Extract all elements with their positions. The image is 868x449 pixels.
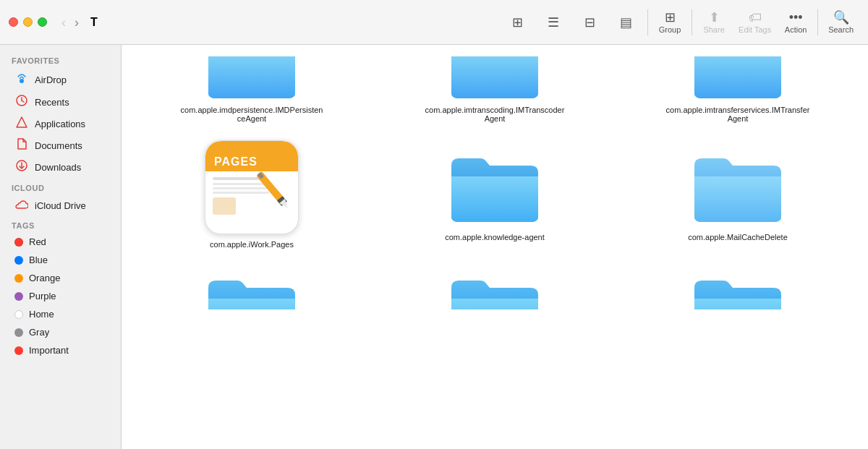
- file-name-knowledge-agent: com.apple.knowledge-agent: [445, 233, 545, 241]
- share-button[interactable]: ⬆ Share: [697, 8, 731, 37]
- file-item-knowledge-agent[interactable]: com.apple.knowledge-agent: [379, 140, 610, 249]
- sidebar-item-purple[interactable]: Purple: [3, 287, 118, 305]
- separator-3: [817, 9, 818, 35]
- file-item-bottom1[interactable]: [136, 266, 367, 309]
- file-item-bottom3[interactable]: [622, 266, 854, 309]
- close-button[interactable]: [9, 17, 18, 27]
- nav-buttons: ‹ ›: [59, 14, 82, 30]
- svg-text:PAGES: PAGES: [214, 155, 258, 168]
- sidebar-item-applications[interactable]: Applications: [3, 113, 118, 134]
- knowledge-folder-icon: [444, 140, 545, 227]
- minimize-button[interactable]: [23, 17, 33, 27]
- main-content: Favorites AirDrop Recents: [0, 45, 868, 449]
- svg-point-0: [20, 79, 24, 83]
- file-name-imdpersistence: com.apple.imdpersistence.IMDPersistenceA…: [179, 106, 324, 123]
- sidebar-item-icloud-drive[interactable]: iCloud Drive: [3, 195, 118, 215]
- back-button[interactable]: ‹: [59, 14, 69, 30]
- svg-rect-9: [213, 177, 263, 180]
- forward-button[interactable]: ›: [72, 14, 82, 30]
- file-name-imtransferservices: com.apple.imtransferservices.IMTransferA…: [665, 106, 810, 123]
- sidebar-item-gray[interactable]: Gray: [3, 323, 118, 341]
- grid-icon: ⊞: [512, 16, 523, 29]
- file-item-imtransferservices[interactable]: com.apple.imtransferservices.IMTransferA…: [622, 56, 854, 123]
- sidebar-item-home[interactable]: Home: [3, 305, 118, 323]
- blue-tag-label: Blue: [29, 255, 48, 265]
- view-icon-button[interactable]: ⊞: [500, 13, 535, 32]
- file-item-bottom2[interactable]: [379, 266, 610, 309]
- home-tag-label: Home: [29, 309, 54, 320]
- edit-tags-label: Edit Tags: [739, 25, 771, 34]
- search-icon: 🔍: [833, 11, 849, 24]
- group-button[interactable]: ⊞ Group: [652, 8, 687, 37]
- file-grid: com.apple.imdpersistence.IMDPersistenceA…: [136, 56, 854, 309]
- important-tag-label: Important: [29, 345, 69, 356]
- window-title: T: [90, 16, 98, 29]
- red-tag-label: Red: [29, 236, 46, 247]
- sidebar-item-orange[interactable]: Orange: [3, 269, 118, 287]
- svg-rect-13: [213, 197, 236, 215]
- sidebar-item-downloads[interactable]: Downloads: [3, 156, 118, 178]
- sidebar-item-airdrop[interactable]: AirDrop: [3, 68, 118, 91]
- share-label: Share: [703, 25, 724, 34]
- separator-2: [692, 9, 692, 35]
- airdrop-label: AirDrop: [35, 74, 67, 85]
- sidebar-item-recents[interactable]: Recents: [3, 91, 118, 113]
- separator-1: [647, 9, 648, 35]
- sidebar-item-blue[interactable]: Blue: [3, 251, 118, 269]
- svg-rect-12: [213, 192, 269, 194]
- file-item-imtranscoding[interactable]: com.apple.imtranscoding.IMTranscoderAgen…: [379, 56, 610, 123]
- purple-tag-dot: [14, 292, 23, 301]
- important-tag-dot: [14, 346, 23, 355]
- view-columns-button[interactable]: ⊟: [572, 13, 607, 32]
- svg-marker-2: [17, 117, 27, 127]
- search-button[interactable]: 🔍 Search: [822, 8, 859, 37]
- recents-icon: [14, 95, 29, 109]
- file-name-pages: com.apple.iWork.Pages: [210, 240, 294, 249]
- title-bar: ‹ › T ⊞ ☰ ⊟ ▤ ⊞ Group ⬆ Share 🏷 Edit Ta: [0, 0, 868, 45]
- search-label: Search: [828, 25, 854, 34]
- documents-label: Documents: [35, 140, 82, 151]
- file-item-pages[interactable]: PAGES: [136, 140, 367, 249]
- file-name-mailcachedelete: com.apple.MailCacheDelete: [688, 233, 788, 241]
- tags-header: Tags: [0, 215, 121, 233]
- file-item-mailcachedelete[interactable]: com.apple.MailCacheDelete: [622, 140, 854, 249]
- sidebar-item-important[interactable]: Important: [3, 341, 118, 359]
- edit-tags-button[interactable]: 🏷 Edit Tags: [733, 8, 777, 37]
- orange-tag-label: Orange: [29, 273, 60, 283]
- file-name-imtranscoding: com.apple.imtranscoding.IMTranscoderAgen…: [422, 106, 567, 123]
- view-gallery-button[interactable]: ▤: [608, 13, 643, 32]
- file-item-imdpersistence[interactable]: com.apple.imdpersistence.IMDPersistenceA…: [136, 56, 367, 123]
- action-icon: •••: [789, 11, 803, 24]
- traffic-lights: [9, 17, 47, 27]
- group-label: Group: [659, 25, 681, 34]
- file-browser: com.apple.imdpersistence.IMDPersistenceA…: [122, 45, 868, 449]
- svg-rect-10: [213, 183, 271, 185]
- applications-label: Applications: [35, 119, 85, 129]
- sidebar-item-documents[interactable]: Documents: [3, 134, 118, 156]
- action-label: Action: [785, 25, 807, 34]
- documents-icon: [14, 138, 29, 153]
- home-tag-dot: [14, 310, 23, 319]
- svg-rect-11: [213, 187, 267, 189]
- action-button[interactable]: ••• Action: [778, 8, 813, 37]
- list-icon: ☰: [548, 16, 559, 29]
- recents-label: Recents: [35, 97, 69, 108]
- tag-icon: 🏷: [749, 11, 762, 24]
- icloud-drive-label: iCloud Drive: [35, 200, 86, 211]
- applications-icon: [14, 116, 29, 131]
- gallery-icon: ▤: [620, 16, 632, 29]
- icloud-header: iCloud: [0, 178, 121, 195]
- favorites-header: Favorites: [0, 51, 121, 68]
- view-list-button[interactable]: ☰: [536, 13, 571, 32]
- fullscreen-button[interactable]: [38, 17, 47, 27]
- gray-tag-dot: [14, 328, 23, 337]
- sidebar-item-red[interactable]: Red: [3, 233, 118, 251]
- blue-tag-dot: [14, 256, 23, 265]
- mailcachedelete-folder-icon: [687, 140, 788, 227]
- downloads-icon: [14, 160, 29, 174]
- downloads-label: Downloads: [35, 162, 81, 173]
- share-icon: ⬆: [709, 11, 720, 24]
- red-tag-dot: [14, 238, 23, 247]
- group-icon: ⊞: [665, 11, 676, 24]
- toolbar-actions: ⊞ ☰ ⊟ ▤ ⊞ Group ⬆ Share 🏷 Edit Tags ••• …: [500, 8, 859, 37]
